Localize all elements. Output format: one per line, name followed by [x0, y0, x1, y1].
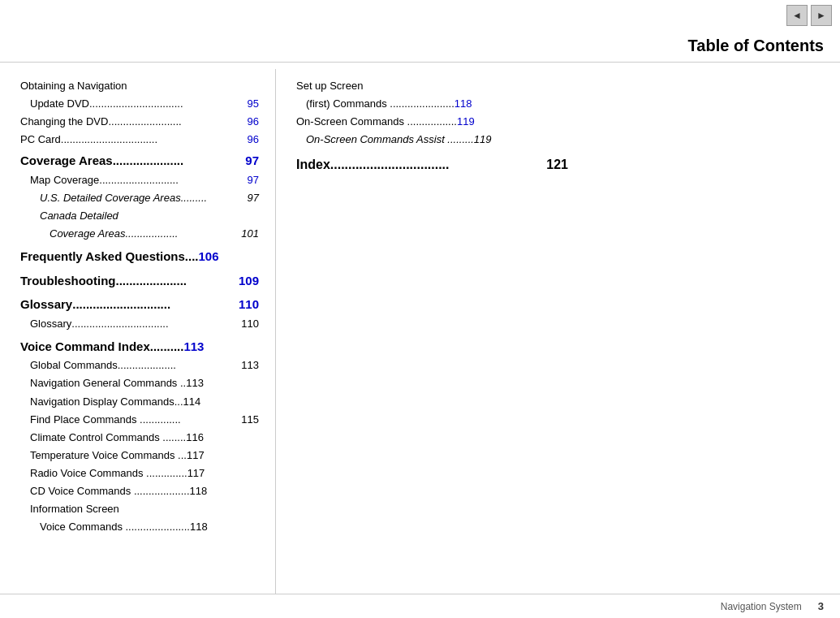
list-item: Glossary ............................. 1… — [20, 294, 259, 315]
toc-page: 119 — [474, 131, 492, 149]
toc-page: 97 — [248, 189, 259, 207]
toc-entry-label: On-Screen Commands ................. — [296, 113, 457, 131]
content-area: Obtaining a Navigation Update DVD ......… — [0, 69, 840, 594]
list-item: Map Coverage ...........................… — [20, 171, 259, 189]
toc-page: 106 — [199, 246, 219, 267]
toc-dots: ......................... — [108, 113, 247, 131]
page-number: 3 — [818, 600, 824, 612]
toc-page: 109 — [239, 270, 259, 292]
list-item: Set up Screen — [296, 77, 568, 95]
next-button[interactable]: ► — [811, 5, 832, 26]
toc-entry-label: Troubleshooting — [20, 270, 116, 292]
list-item: Climate Control Commands ........ 116 — [20, 429, 259, 447]
toc-entry-label: U.S. Detailed Coverage Areas — [40, 189, 181, 207]
nav-system-label: Navigation System — [721, 601, 802, 612]
toc-entry-label: Voice Commands ...................... — [40, 518, 190, 536]
toc-page: 97 — [248, 171, 259, 189]
list-item: Find Place Commands . ............. 115 — [20, 411, 259, 429]
list-item: Obtaining a Navigation — [20, 77, 259, 95]
list-item: Changing the DVD .......................… — [20, 113, 259, 131]
toc-page: 96 — [248, 113, 259, 131]
toc-page: 118 — [190, 518, 208, 536]
toc-entry-label: Obtaining a Navigation — [20, 77, 127, 95]
toc-page: 110 — [239, 294, 259, 315]
toc-page: 101 — [241, 225, 259, 243]
toc-entry-label: Changing the DVD — [20, 113, 108, 131]
toc-page: 97 — [245, 150, 259, 171]
toc-entry-label: CD Voice Commands ................... — [30, 482, 190, 500]
list-item: Navigation Display Commands... 114 — [20, 393, 259, 411]
list-item: Index ................................. … — [296, 153, 568, 175]
toc-entry-label: Climate Control Commands ........ — [30, 429, 186, 447]
list-item: Glossary ...............................… — [20, 315, 259, 333]
toc-dots: ........................... — [99, 171, 247, 189]
toc-dots: .................. — [125, 225, 241, 243]
toc-entry-label: Set up Screen — [296, 77, 363, 95]
toc-page: 95 — [248, 95, 259, 113]
list-item: Canada Detailed — [20, 207, 259, 225]
toc-dots: ..................... — [116, 270, 239, 292]
list-item: Voice Commands ...................... 11… — [20, 518, 259, 536]
toc-page: 115 — [241, 411, 259, 429]
list-item: Global Commands .................... 113 — [20, 357, 259, 374]
toc-dots: ..................... — [113, 150, 246, 171]
prev-button[interactable]: ◄ — [786, 5, 808, 26]
list-item: Radio Voice Commands .............. 117 — [20, 465, 259, 482]
list-item: Frequently Asked Questions.... 106 — [20, 246, 259, 267]
toc-page: 110 — [241, 315, 259, 333]
toc-dots: ............. — [143, 411, 242, 429]
toc-page: 96 — [248, 131, 259, 149]
toc-page: 118 — [454, 95, 472, 113]
toc-entry-label: On-Screen Commands Assist ......... — [306, 131, 474, 149]
toc-page: 117 — [187, 447, 205, 465]
toc-page: 113 — [241, 357, 259, 374]
list-item: Troubleshooting ..................... 10… — [20, 270, 259, 292]
toc-entry-label: Information Screen — [30, 500, 119, 518]
toc-page: 113 — [183, 336, 204, 357]
list-item: PC Card ................................… — [20, 131, 259, 149]
toc-entry-label: Navigation Display Commands... — [30, 393, 183, 411]
toc-page: 121 — [546, 153, 568, 175]
toc-dots: .................... — [118, 357, 242, 374]
toc-page: 119 — [457, 113, 475, 131]
toc-entry-label: Index — [296, 153, 330, 175]
toc-entry-label: Glossary — [30, 315, 71, 333]
toc-entry-label: Find Place Commands . — [30, 411, 143, 429]
toc-entry-label: Global Commands — [30, 357, 118, 374]
toc-entry-label: Coverage Areas — [20, 150, 113, 171]
toc-entry-label: Glossary — [20, 294, 72, 315]
toc-page: 117 — [187, 465, 205, 482]
toc-dots: ................................. — [61, 131, 248, 149]
list-item: U.S. Detailed Coverage Areas ......... 9… — [20, 189, 259, 207]
page-title: Table of Contents — [0, 37, 840, 63]
toc-entry-label: (first) Commands ...................... — [306, 95, 454, 113]
list-item: On-Screen Commands Assist ......... 119 — [296, 131, 568, 149]
list-item: On-Screen Commands ................. 119 — [296, 113, 568, 131]
right-column: Set up Screen (first) Commands .........… — [276, 69, 584, 594]
toc-page: 114 — [183, 393, 201, 411]
footer: Navigation System 3 — [0, 594, 840, 618]
list-item: Coverage Areas .................. 101 — [20, 225, 259, 243]
toc-dots: ............................. — [72, 294, 239, 315]
list-item: Information Screen — [20, 500, 259, 518]
list-item: (first) Commands ...................... … — [296, 95, 568, 113]
toc-dots: ......... — [181, 189, 248, 207]
toc-page: 113 — [186, 374, 204, 392]
toc-dots: ................................. — [330, 153, 547, 175]
toc-entry-label: Map Coverage — [30, 171, 99, 189]
list-item: CD Voice Commands ................... 11… — [20, 482, 259, 500]
toc-entry-label: Update DVD — [30, 95, 89, 113]
toc-dots: ................................. — [71, 315, 241, 333]
left-column: Obtaining a Navigation Update DVD ......… — [0, 69, 276, 594]
list-item: Navigation General Commands .. 113 — [20, 374, 259, 392]
list-item: Update DVD .............................… — [20, 95, 259, 113]
toc-entry-label: Frequently Asked Questions.... — [20, 246, 199, 267]
list-item: Voice Command Index.......... 113 — [20, 336, 259, 357]
toc-page: 116 — [186, 429, 204, 447]
list-item: Temperature Voice Commands ... 117 — [20, 447, 259, 465]
toc-entry-label: Canada Detailed — [40, 207, 118, 225]
list-item: Coverage Areas ..................... 97 — [20, 150, 259, 171]
toc-entry-label: PC Card — [20, 131, 61, 149]
toc-dots: ................................ — [89, 95, 248, 113]
toc-entry-label: Coverage Areas — [50, 225, 125, 243]
